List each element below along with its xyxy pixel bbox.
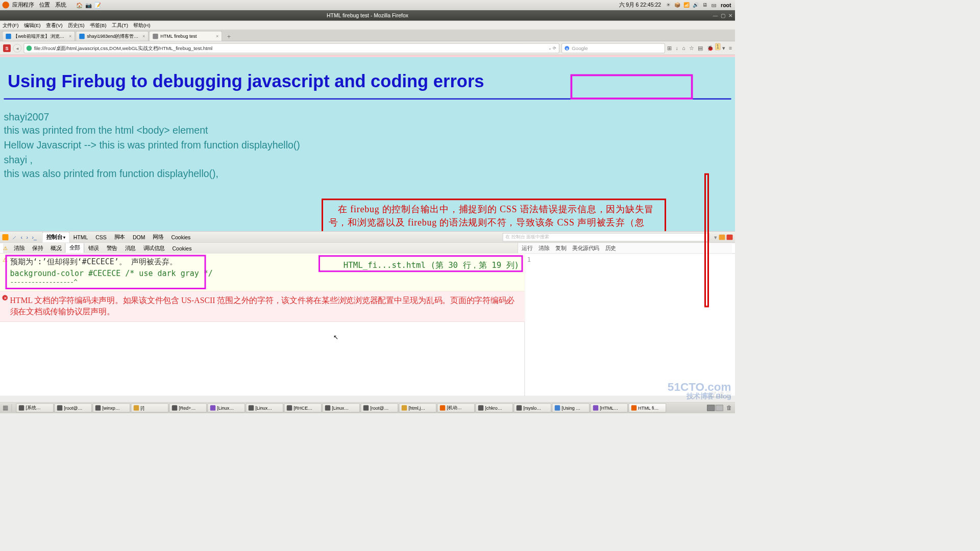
task-button[interactable]: [Linux… bbox=[323, 403, 360, 412]
fb-sub-all[interactable]: 全部 bbox=[65, 243, 85, 253]
grid-icon[interactable]: ⊞ bbox=[667, 45, 672, 51]
tab-close-icon[interactable]: × bbox=[142, 34, 145, 39]
fb-close-icon[interactable] bbox=[727, 234, 733, 240]
trash-icon[interactable]: 🗑 bbox=[726, 405, 732, 411]
task-button[interactable]: [Using … bbox=[552, 403, 590, 412]
menu-help[interactable]: 帮助(H) bbox=[133, 21, 150, 29]
fb-tab-script[interactable]: 脚本 bbox=[110, 232, 129, 242]
fb-search-input[interactable]: 在 控制台 面板中搜索 bbox=[503, 233, 709, 241]
dropdown-icon[interactable]: ⌄ bbox=[548, 45, 552, 51]
fb-right-run[interactable]: 运行 bbox=[522, 245, 532, 252]
close-icon[interactable]: ✕ bbox=[728, 12, 732, 18]
task-button[interactable]: [winxp… bbox=[93, 403, 131, 412]
system-menu[interactable]: 系统 bbox=[55, 2, 66, 9]
firebug-icon[interactable]: 🐞1 bbox=[707, 45, 719, 51]
menu-tools[interactable]: 工具(T) bbox=[112, 21, 128, 29]
bookmark-icon[interactable]: ☆ bbox=[689, 45, 694, 51]
minimize-icon[interactable]: — bbox=[713, 12, 718, 18]
task-button[interactable]: [/] bbox=[131, 403, 169, 412]
maximize-icon[interactable]: ▢ bbox=[721, 12, 725, 18]
task-button[interactable]: [机动… bbox=[437, 403, 475, 412]
menu-file[interactable]: 文件(F) bbox=[3, 21, 19, 29]
fb-right-beautify[interactable]: 美化源代码 bbox=[572, 245, 599, 252]
task-button[interactable]: [系统… bbox=[16, 403, 54, 412]
tab-close-icon[interactable]: × bbox=[216, 34, 218, 39]
fb-right-clear[interactable]: 清除 bbox=[538, 245, 549, 252]
fb-dropdown-icon[interactable]: ▾ bbox=[714, 234, 717, 240]
caret-icon[interactable]: ▾ bbox=[722, 45, 725, 51]
task-button[interactable]: [Linux… bbox=[246, 403, 284, 412]
new-tab-button[interactable]: + bbox=[225, 33, 234, 41]
fb-tab-html[interactable]: HTML bbox=[69, 233, 92, 242]
task-button[interactable]: [root@… bbox=[55, 403, 92, 412]
update-icon[interactable]: 📦 bbox=[674, 2, 681, 9]
reload-icon[interactable]: ⟳ bbox=[553, 45, 556, 51]
site-logo-icon[interactable]: S bbox=[3, 44, 11, 52]
fb-sub-errors[interactable]: 错误 bbox=[84, 243, 103, 253]
fb-sub-clear[interactable]: 清除 bbox=[10, 243, 29, 253]
menu-view[interactable]: 查看(V) bbox=[46, 21, 63, 29]
task-button[interactable]: [Red+… bbox=[169, 403, 207, 412]
fb-sub-persist[interactable]: 保持 bbox=[29, 243, 47, 253]
display-icon[interactable]: 🖥 bbox=[702, 2, 709, 9]
tab-close-icon[interactable]: × bbox=[69, 34, 71, 39]
fb-right-copy[interactable]: 复制 bbox=[555, 245, 566, 252]
fb-sub-warnings[interactable]: 警告 bbox=[103, 243, 121, 253]
home-icon[interactable]: 🏠 bbox=[76, 2, 83, 9]
notes-icon[interactable]: 📝 bbox=[94, 2, 102, 9]
url-input[interactable]: file:///root/桌面/html,javascript,css,DOM,… bbox=[24, 43, 559, 53]
task-button[interactable]: [html,j… bbox=[399, 403, 437, 412]
fb-sub-profile[interactable]: 概况 bbox=[47, 243, 65, 253]
menu-history[interactable]: 历史(S) bbox=[68, 21, 85, 29]
console-cmd-panel[interactable]: 1 bbox=[525, 254, 736, 396]
task-button[interactable]: [chkro… bbox=[476, 403, 513, 412]
task-button[interactable]: [root@… bbox=[361, 403, 399, 412]
list-icon[interactable]: ▤ bbox=[698, 45, 703, 51]
menu-bookmarks[interactable]: 书签(B) bbox=[90, 21, 107, 29]
task-button[interactable]: [HTML… bbox=[591, 403, 628, 412]
fb-tab-cookies[interactable]: Cookies bbox=[167, 233, 194, 242]
menu-edit[interactable]: 编辑(E) bbox=[24, 21, 41, 29]
workspace-switcher[interactable] bbox=[707, 405, 723, 411]
fb-sub-info[interactable]: 消息 bbox=[121, 243, 139, 253]
fb-sub-debug[interactable]: 调试信息 bbox=[139, 243, 168, 253]
fb-sub-cookies[interactable]: Cookies bbox=[168, 244, 195, 253]
task-button[interactable]: [rsyslo… bbox=[514, 403, 552, 412]
screenshot-icon[interactable]: 📷 bbox=[85, 2, 92, 9]
task-button[interactable]: HTML fi… bbox=[629, 403, 667, 412]
apps-menu[interactable]: 应用程序 bbox=[12, 2, 34, 9]
tab-1[interactable]: shayi1983end的博客管…× bbox=[76, 31, 149, 41]
fb-tab-dom[interactable]: DOM bbox=[129, 233, 149, 242]
back-icon[interactable]: ‹ bbox=[21, 234, 23, 240]
firebug-logo-icon[interactable] bbox=[3, 234, 9, 240]
volume-icon[interactable]: 🔊 bbox=[693, 2, 700, 9]
download-icon[interactable]: ↓ bbox=[675, 45, 678, 51]
search-input[interactable]: g Google bbox=[561, 43, 665, 53]
warning-file-location[interactable]: HTML_fi...st.html (第 30 行，第 19 列) bbox=[344, 260, 519, 270]
sun-icon[interactable]: ☀ bbox=[665, 2, 672, 9]
network-icon[interactable]: 📶 bbox=[683, 2, 691, 9]
inspect-icon[interactable]: ⟋ bbox=[12, 234, 17, 240]
fb-right-history[interactable]: 历史 bbox=[605, 245, 616, 252]
home-icon[interactable]: ⌂ bbox=[682, 45, 685, 51]
console-error-row[interactable]: ✕ HTML 文档的字符编码未声明。如果该文件包含 US-ASCII 范围之外的… bbox=[0, 291, 525, 322]
tab-2[interactable]: HTML firebug test× bbox=[150, 31, 223, 41]
tab-0[interactable]: 【web前端开发】 浏览…× bbox=[3, 31, 76, 41]
back-button[interactable]: ◄ bbox=[13, 44, 22, 53]
clock[interactable]: 六 9月 6 22:45:22 bbox=[619, 2, 661, 9]
cmd-icon[interactable]: ›_ bbox=[32, 234, 37, 240]
task-button[interactable]: [RHCE… bbox=[284, 403, 322, 412]
fb-minimize-icon[interactable] bbox=[719, 234, 725, 240]
fb-tab-net[interactable]: 网络 bbox=[149, 232, 167, 242]
console-warning-row[interactable]: ⚠ 预期为‘:’但却得到‘#CECECE’。 声明被丢弃。 background… bbox=[0, 254, 525, 291]
hamburger-icon[interactable]: ≡ bbox=[729, 45, 732, 51]
power-icon[interactable]: 🖴 bbox=[711, 2, 718, 9]
places-menu[interactable]: 位置 bbox=[39, 2, 50, 9]
firefox-icon[interactable] bbox=[3, 2, 10, 9]
task-button[interactable]: [Linux… bbox=[208, 403, 246, 412]
fb-tab-console[interactable]: 控制台 bbox=[42, 232, 69, 242]
fb-tab-css[interactable]: CSS bbox=[92, 233, 111, 242]
show-desktop-icon[interactable]: ▦ bbox=[2, 404, 9, 411]
forward-icon[interactable]: › bbox=[27, 234, 29, 240]
user-menu[interactable]: root bbox=[721, 2, 731, 8]
